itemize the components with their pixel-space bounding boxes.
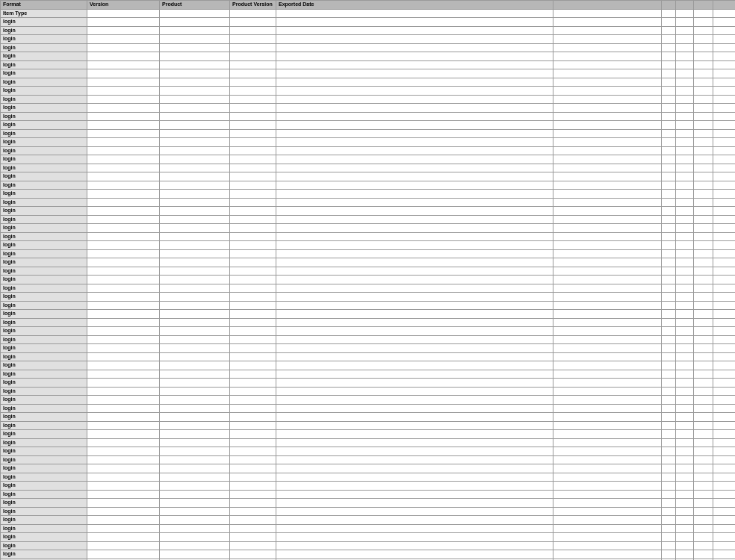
- cell[interactable]: [87, 335, 160, 344]
- row-label[interactable]: login: [1, 26, 87, 35]
- cell[interactable]: [553, 344, 662, 353]
- cell[interactable]: [694, 146, 713, 155]
- cell[interactable]: [694, 464, 713, 473]
- cell[interactable]: [694, 490, 713, 499]
- cell[interactable]: [276, 301, 553, 310]
- cell[interactable]: [713, 335, 736, 344]
- cell[interactable]: [553, 533, 662, 542]
- cell[interactable]: [676, 524, 694, 533]
- cell[interactable]: [230, 138, 276, 147]
- cell[interactable]: [713, 464, 736, 473]
- cell[interactable]: [276, 43, 553, 52]
- row-label[interactable]: login: [1, 43, 87, 52]
- col-header-blank[interactable]: [713, 1, 736, 10]
- cell[interactable]: [676, 207, 694, 216]
- cell[interactable]: [694, 87, 713, 96]
- cell[interactable]: [276, 404, 553, 413]
- cell[interactable]: [694, 43, 713, 52]
- cell[interactable]: [230, 482, 276, 491]
- cell[interactable]: [230, 310, 276, 319]
- cell[interactable]: [160, 164, 230, 172]
- cell[interactable]: [553, 284, 662, 293]
- row-label[interactable]: login: [1, 276, 87, 284]
- cell[interactable]: [713, 276, 736, 284]
- cell[interactable]: [230, 87, 276, 96]
- cell[interactable]: [87, 224, 160, 233]
- cell[interactable]: [87, 482, 160, 491]
- cell[interactable]: [553, 215, 662, 224]
- cell[interactable]: [676, 43, 694, 52]
- cell[interactable]: [87, 267, 160, 276]
- cell[interactable]: [553, 35, 662, 44]
- cell[interactable]: [713, 473, 736, 482]
- cell[interactable]: [160, 284, 230, 293]
- cell[interactable]: [662, 276, 676, 284]
- cell[interactable]: [553, 455, 662, 464]
- cell[interactable]: [276, 207, 553, 216]
- cell[interactable]: [230, 9, 276, 18]
- cell[interactable]: [662, 138, 676, 147]
- cell[interactable]: [160, 464, 230, 473]
- row-label[interactable]: login: [1, 95, 87, 104]
- cell[interactable]: [553, 541, 662, 550]
- cell[interactable]: [160, 318, 230, 327]
- cell[interactable]: [230, 258, 276, 267]
- cell[interactable]: [276, 155, 553, 164]
- cell[interactable]: [694, 35, 713, 44]
- cell[interactable]: [694, 370, 713, 379]
- cell[interactable]: [676, 95, 694, 104]
- cell[interactable]: [713, 387, 736, 396]
- cell[interactable]: [713, 69, 736, 78]
- row-label[interactable]: login: [1, 258, 87, 267]
- cell[interactable]: [553, 181, 662, 190]
- col-header-version[interactable]: Version: [87, 1, 160, 10]
- cell[interactable]: [713, 361, 736, 370]
- cell[interactable]: [553, 121, 662, 130]
- cell[interactable]: [694, 327, 713, 336]
- cell[interactable]: [553, 26, 662, 35]
- cell[interactable]: [160, 413, 230, 422]
- cell[interactable]: [662, 284, 676, 293]
- cell[interactable]: [553, 241, 662, 250]
- cell[interactable]: [160, 43, 230, 52]
- cell[interactable]: [87, 43, 160, 52]
- cell[interactable]: [87, 301, 160, 310]
- cell[interactable]: [230, 301, 276, 310]
- row-label[interactable]: login: [1, 129, 87, 138]
- cell[interactable]: [87, 516, 160, 525]
- row-label[interactable]: login: [1, 52, 87, 61]
- cell[interactable]: [662, 507, 676, 516]
- cell[interactable]: [276, 438, 553, 447]
- cell[interactable]: [276, 533, 553, 542]
- cell[interactable]: [662, 524, 676, 533]
- cell[interactable]: [276, 421, 553, 430]
- cell[interactable]: [87, 524, 160, 533]
- row-label[interactable]: login: [1, 507, 87, 516]
- row-label[interactable]: login: [1, 396, 87, 405]
- cell[interactable]: [160, 87, 230, 96]
- cell[interactable]: [230, 413, 276, 422]
- cell[interactable]: [87, 78, 160, 87]
- cell[interactable]: [676, 499, 694, 508]
- cell[interactable]: [694, 172, 713, 181]
- cell[interactable]: [662, 447, 676, 456]
- cell[interactable]: [662, 78, 676, 87]
- cell[interactable]: [553, 146, 662, 155]
- cell[interactable]: [87, 276, 160, 284]
- cell[interactable]: [160, 26, 230, 35]
- cell[interactable]: [160, 146, 230, 155]
- row-label[interactable]: login: [1, 370, 87, 379]
- cell[interactable]: [87, 541, 160, 550]
- cell[interactable]: [694, 198, 713, 207]
- cell[interactable]: [160, 524, 230, 533]
- cell[interactable]: [160, 482, 230, 491]
- cell[interactable]: [662, 69, 676, 78]
- cell[interactable]: [230, 284, 276, 293]
- cell[interactable]: [276, 327, 553, 336]
- cell[interactable]: [230, 69, 276, 78]
- cell[interactable]: [676, 473, 694, 482]
- cell[interactable]: [662, 370, 676, 379]
- cell[interactable]: [230, 232, 276, 241]
- row-label[interactable]: login: [1, 361, 87, 370]
- cell[interactable]: [694, 293, 713, 302]
